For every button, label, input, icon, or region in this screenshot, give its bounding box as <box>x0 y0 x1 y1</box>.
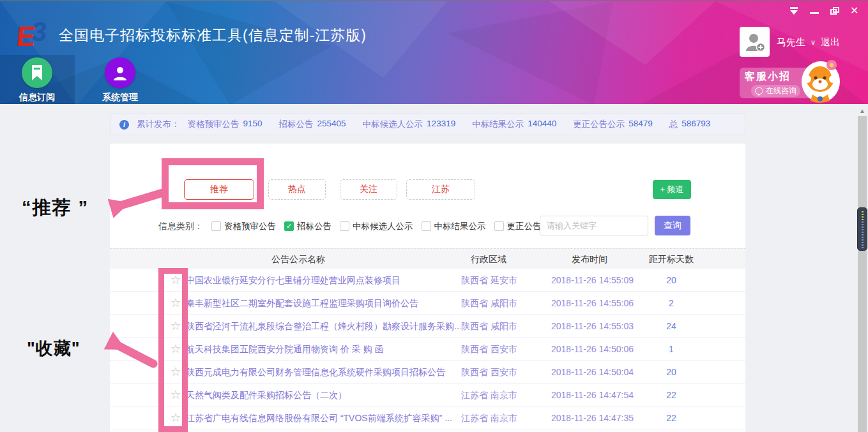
bookmark-icon <box>22 57 52 88</box>
column-header-region: 行政区域 <box>459 249 519 269</box>
announcement-link[interactable]: 陕西元成电力有限公司财务管理信息化系统硬件采购项目招标公告 <box>186 361 461 384</box>
nav-label-info-subscribe: 信息订阅 <box>5 92 69 103</box>
publish-time-cell: 2018-11-26 14:50:06 <box>551 338 647 361</box>
checkbox-result-publicity[interactable]: 中标结果公示 <box>422 221 486 232</box>
restore-icon[interactable] <box>830 6 840 15</box>
stat-total: 总586793 <box>669 119 711 130</box>
favorite-star-icon[interactable]: ☆ <box>167 269 184 292</box>
checkbox-icon <box>422 221 431 231</box>
app-title: 全国电子招标投标标准工具(信息定制-江苏版) <box>59 26 367 45</box>
annotation-recommend-label: “推荐 ” <box>22 195 89 221</box>
keyword-search-input[interactable] <box>540 216 648 235</box>
favorite-star-icon[interactable]: ☆ <box>167 292 184 315</box>
scrollbar-thumb-marks-blue <box>862 221 864 248</box>
online-chat-label: 在线咨询 <box>766 86 796 96</box>
tab-recommend[interactable]: 推荐 <box>184 179 254 200</box>
content-panel: 推荐 热点 关注 江苏 + 频道 信息类别： 资格预审公告 ✓ 招标公告 中标候… <box>110 144 745 432</box>
app-logo: 3 E <box>17 19 56 50</box>
checkbox-checked-icon: ✓ <box>284 221 294 231</box>
minimize-icon[interactable] <box>809 6 819 15</box>
region-cell: 陕西省 西安市 <box>461 361 544 384</box>
announcement-link[interactable]: 陕西省泾河干流礼泉段综合整治工程（烽火村段）勘察设计服务采购... <box>186 315 461 338</box>
publish-time-cell: 2018-11-26 14:47:35 <box>551 406 647 429</box>
region-cell: 陕西省 西安市 <box>461 338 544 361</box>
scrollbar-thumb[interactable] <box>857 207 867 251</box>
table-row: ☆ 秦丰新型社区二期室外配套设施工程监理采购项目询价公告 陕西省 咸阳市 201… <box>110 292 745 315</box>
close-icon[interactable]: ✕ <box>850 6 860 15</box>
publish-time-cell: 2018-11-26 14:55:06 <box>551 292 647 315</box>
annotation-favorite-label: "收藏" <box>27 337 80 360</box>
stats-bar: i 累计发布： 资格预审公告9150 招标公告255405 中标候选人公示123… <box>110 114 745 135</box>
favorite-star-icon[interactable]: ☆ <box>167 361 184 384</box>
checkbox-tender-notice[interactable]: ✓ 招标公告 <box>284 221 331 232</box>
stat-candidate-publicity: 中标候选人公示123319 <box>363 119 456 130</box>
stat-prequalification: 资格预审公告9150 <box>188 119 263 130</box>
table-row: ☆ 陕西省泾河干流礼泉段综合整治工程（烽火村段）勘察设计服务采购... 陕西省 … <box>110 315 745 338</box>
nav-label-system-manage: 系统管理 <box>88 92 152 103</box>
user-menu: 马先生 ∨ 退出 <box>777 36 840 48</box>
announcement-link[interactable]: 天然气阀类及配件采购招标公告（二次） <box>186 384 461 406</box>
scroll-up-arrow[interactable]: ▲ <box>857 106 868 116</box>
announcement-list: ☆ 中国农业银行延安分行七里铺分理处营业网点装修项目 陕西省 延安市 2018-… <box>110 269 745 429</box>
table-row: ☆ 天然气阀类及配件采购招标公告（二次） 江苏省 南京市 2018-11-26 … <box>110 384 745 406</box>
announcement-link[interactable]: 江苏省广电有线信息网络股份有限公司 “TVOS前端系统扩容采购” ... <box>186 406 461 429</box>
tab-jiangsu[interactable]: 江苏 <box>406 179 475 200</box>
stat-result-publicity: 中标结果公示140440 <box>472 119 556 130</box>
logout-button[interactable]: 退出 <box>821 36 840 48</box>
tab-hot[interactable]: 热点 <box>268 179 326 200</box>
region-cell: 江苏省 南京市 <box>461 384 544 406</box>
checkbox-candidate-publicity[interactable]: 中标候选人公示 <box>340 221 413 232</box>
region-cell: 江苏省 南京市 <box>461 406 544 429</box>
checkbox-icon <box>211 221 221 231</box>
days-to-open-cell: 22 <box>648 384 694 406</box>
app-window: ✕ 3 E 全国电子招标投标标准工具(信息定制-江苏版) 信息订阅 系统管理 <box>0 0 868 432</box>
checkbox-icon <box>494 221 504 231</box>
nav-item-info-subscribe[interactable]: 信息订阅 <box>5 57 69 103</box>
chat-bubble-icon <box>755 87 763 94</box>
publish-time-cell: 2018-11-26 14:50:04 <box>551 361 647 384</box>
nav-item-system-manage[interactable]: 系统管理 <box>88 57 152 103</box>
vertical-scrollbar[interactable] <box>858 106 867 432</box>
stat-tender-notice: 招标公告255405 <box>279 119 346 130</box>
skin-menu-icon[interactable] <box>789 6 799 15</box>
info-icon: i <box>119 120 129 130</box>
favorite-star-icon[interactable]: ☆ <box>167 384 184 406</box>
add-channel-button[interactable]: + 频道 <box>653 180 691 199</box>
days-to-open-cell: 20 <box>648 269 694 292</box>
column-header-days: 距开标天数 <box>648 249 694 269</box>
days-to-open-cell: 22 <box>648 406 694 429</box>
table-row: ☆ 航天科技集团五院西安分院通用物资询 价 采 购 函 陕西省 西安市 2018… <box>110 338 745 361</box>
avatar[interactable] <box>740 27 770 57</box>
mascot-icon[interactable] <box>800 57 842 103</box>
favorite-star-icon[interactable]: ☆ <box>167 315 184 338</box>
filter-row: 信息类别： 资格预审公告 ✓ 招标公告 中标候选人公示 中标结果公示 更正公告公… <box>158 216 559 236</box>
favorite-star-icon[interactable]: ☆ <box>167 338 184 361</box>
announcement-link[interactable]: 中国农业银行延安分行七里铺分理处营业网点装修项目 <box>186 269 461 292</box>
publish-time-cell: 2018-11-26 14:47:54 <box>551 384 647 406</box>
scrollbar-thumb-marks-green <box>862 211 864 221</box>
column-header-time: 发布时间 <box>547 249 632 269</box>
days-to-open-cell: 24 <box>648 315 694 338</box>
user-icon <box>105 57 135 88</box>
table-row: ☆ 陕西元成电力有限公司财务管理信息化系统硬件采购项目招标公告 陕西省 西安市 … <box>110 361 745 384</box>
online-chat-button[interactable]: 在线咨询 <box>751 85 800 97</box>
tab-follow[interactable]: 关注 <box>340 179 397 200</box>
stat-correction-notice: 更正公告公示58479 <box>573 119 653 130</box>
announcement-link[interactable]: 航天科技集团五院西安分院通用物资询 价 采 购 函 <box>186 338 461 361</box>
user-name[interactable]: 马先生 <box>777 36 805 48</box>
table-header: 公告公示名称 行政区域 发布时间 距开标天数 <box>110 248 745 269</box>
days-to-open-cell: 2 <box>648 292 694 315</box>
favorite-star-icon[interactable]: ☆ <box>167 406 184 429</box>
table-row: ☆ 江苏省广电有线信息网络股份有限公司 “TVOS前端系统扩容采购” ... 江… <box>110 406 745 429</box>
user-add-icon <box>743 31 766 54</box>
column-header-name: 公告公示名称 <box>186 249 411 269</box>
checkbox-prequalification[interactable]: 资格预审公告 <box>211 221 276 232</box>
chevron-down-icon[interactable]: ∨ <box>811 38 816 47</box>
service-title: 客服小招 <box>745 70 807 84</box>
announcement-link[interactable]: 秦丰新型社区二期室外配套设施工程监理采购项目询价公告 <box>186 292 461 315</box>
publish-time-cell: 2018-11-26 14:55:09 <box>551 269 647 292</box>
query-button[interactable]: 查询 <box>655 216 690 235</box>
titlebar-controls: ✕ <box>789 5 860 17</box>
filter-label: 信息类别： <box>158 221 203 232</box>
table-row: ☆ 中国农业银行延安分行七里铺分理处营业网点装修项目 陕西省 延安市 2018-… <box>110 269 745 292</box>
